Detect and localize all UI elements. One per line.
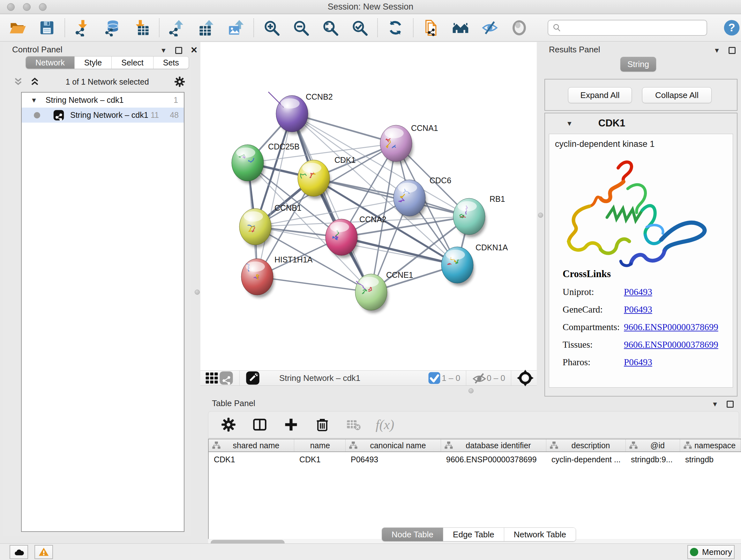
open-session-icon[interactable]: [8, 18, 27, 37]
collection-label: String Network – cdk1: [46, 96, 124, 105]
table-panel-maximize-icon[interactable]: [727, 401, 734, 408]
table-panel-float-icon[interactable]: ▼: [712, 401, 718, 408]
import-network-icon[interactable]: [73, 18, 92, 37]
horizontal-splitter-handle[interactable]: [468, 388, 474, 393]
section-node-name: CDK1: [598, 118, 625, 129]
table-options-gear-icon[interactable]: [219, 415, 238, 434]
collection-count: 1: [174, 96, 178, 105]
network-node-HIST1H1A[interactable]: HIST1H1A: [241, 255, 313, 298]
string-document-icon[interactable]: [422, 18, 441, 37]
add-column-icon[interactable]: [282, 415, 300, 434]
results-panel-float-icon[interactable]: ▼: [714, 47, 720, 54]
section-collapse-icon[interactable]: ▼: [566, 120, 573, 127]
zoom-selected-icon[interactable]: [350, 18, 369, 37]
network-row-selected[interactable]: String Network – cdk1 11 48: [22, 108, 184, 123]
column-header-canonical-name[interactable]: canonical name: [346, 439, 441, 451]
network-node-CCNA1[interactable]: CCNA1: [380, 124, 438, 164]
node-label-CCNB2: CCNB2: [306, 92, 333, 101]
column-header-@id[interactable]: @id: [626, 439, 680, 451]
detach-view-icon[interactable]: [246, 371, 260, 385]
expand-all-button[interactable]: Expand All: [568, 87, 632, 103]
crosslink-link[interactable]: 9606.ENSP00000378699: [624, 322, 718, 332]
control-panel-maximize-icon[interactable]: [175, 47, 182, 54]
table-row[interactable]: CDK1CDK1P064939606.ENSP00000378699cyclin…: [209, 452, 741, 467]
export-network-icon[interactable]: [168, 18, 186, 37]
right-splitter-handle[interactable]: [538, 212, 543, 218]
column-header-shared-name[interactable]: shared name: [209, 439, 294, 451]
tab-string[interactable]: String: [620, 57, 656, 71]
control-panel-close-icon[interactable]: ✕: [191, 46, 198, 55]
tab-style[interactable]: Style: [75, 57, 112, 69]
network-node-CCNA2[interactable]: CCNA2: [326, 215, 387, 258]
view-grid-icon[interactable]: [204, 371, 219, 385]
fit-content-crosshair-icon[interactable]: [517, 371, 534, 385]
expand-all-icon[interactable]: [29, 76, 40, 87]
results-panel-maximize-icon[interactable]: [729, 47, 736, 54]
memory-button[interactable]: Memory: [687, 545, 735, 559]
column-header-namespace[interactable]: namespace: [680, 439, 741, 451]
control-panel-tabs: NetworkStyleSelectSets: [25, 56, 189, 69]
network-node-CDC6[interactable]: CDC6: [394, 176, 451, 219]
collapse-all-icon[interactable]: [13, 76, 23, 87]
close-window-button[interactable]: [7, 3, 15, 11]
zoom-in-icon[interactable]: [262, 18, 281, 37]
network-canvas[interactable]: CCNB2CCNA1CDC25BCDK1CDC6RB1CCNB1CCNA2CDK…: [200, 42, 537, 370]
save-session-icon[interactable]: [38, 18, 56, 37]
column-header-database-identifier[interactable]: database identifier: [441, 439, 546, 451]
network-view-toolbar: String Network – cdk1 1 – 0 0 – 0: [200, 370, 537, 386]
collapse-all-button[interactable]: Collapse All: [642, 87, 712, 103]
tab-network-table[interactable]: Network Table: [504, 528, 576, 541]
export-table-icon[interactable]: [197, 18, 216, 37]
help-icon[interactable]: ?: [723, 18, 741, 37]
crosslink-link[interactable]: P06493: [624, 287, 652, 297]
column-label: @id: [638, 441, 680, 450]
import-database-icon[interactable]: [103, 18, 121, 37]
column-header-description[interactable]: description: [546, 439, 626, 451]
crosslink-link[interactable]: P06493: [624, 304, 652, 315]
memory-status-dot: [690, 548, 698, 556]
delete-column-icon[interactable]: [313, 415, 332, 434]
crosslink-link[interactable]: P06493: [624, 357, 652, 368]
crosslink-label: Pharos:: [562, 357, 624, 368]
network-node-CDKN1A[interactable]: CDKN1A: [441, 243, 508, 286]
control-panel-float-icon[interactable]: ▼: [160, 47, 167, 54]
tab-select[interactable]: Select: [112, 57, 153, 69]
minimize-window-button[interactable]: [23, 3, 30, 11]
cloud-status-button[interactable]: [10, 545, 28, 559]
collection-collapse-icon[interactable]: ▼: [30, 97, 37, 104]
tab-edge-table[interactable]: Edge Table: [443, 528, 504, 541]
node-label-HIST1H1A: HIST1H1A: [274, 255, 313, 264]
node-section-header[interactable]: ▼ CDK1: [545, 113, 737, 133]
tab-sets[interactable]: Sets: [153, 57, 189, 69]
warnings-button[interactable]: [35, 545, 53, 559]
export-image-icon[interactable]: [226, 18, 245, 37]
left-splitter-handle[interactable]: [195, 290, 200, 295]
network-node-CDK1[interactable]: CDK1: [298, 155, 356, 199]
column-header-name[interactable]: name: [294, 439, 346, 451]
search-input[interactable]: [562, 23, 699, 33]
network-options-gear-icon[interactable]: [174, 76, 185, 87]
zoom-window-button[interactable]: [39, 3, 47, 11]
svg-text:?: ?: [728, 21, 735, 34]
search-box[interactable]: [548, 20, 707, 36]
network-node-CCNE1[interactable]: CCNE1: [355, 270, 413, 313]
import-table-icon[interactable]: [132, 18, 151, 37]
tab-network[interactable]: Network: [26, 57, 75, 69]
zoom-out-icon[interactable]: [292, 18, 310, 37]
hidden-eye-icon[interactable]: [472, 371, 487, 385]
column-label: name: [297, 441, 345, 450]
network-node-RB1[interactable]: RB1: [453, 194, 505, 237]
crosslink-link[interactable]: 9606.ENSP00000378699: [624, 339, 718, 350]
zoom-fit-icon[interactable]: [321, 18, 340, 37]
tab-node-table[interactable]: Node Table: [382, 528, 443, 541]
show-columns-icon[interactable]: [251, 415, 269, 434]
control-panel: Control Panel ▼ ✕ NetworkStyleSelectSets…: [3, 42, 192, 536]
hide-panel-eye-icon[interactable]: [481, 18, 499, 37]
selected-checkbox-icon[interactable]: [427, 371, 442, 385]
refresh-icon[interactable]: [386, 18, 405, 37]
home-pair-icon[interactable]: [451, 18, 470, 37]
network-collection-row[interactable]: ▼ String Network – cdk1 1: [22, 92, 184, 108]
string-view-icon[interactable]: [219, 371, 233, 385]
show-eye-icon[interactable]: [510, 18, 529, 37]
network-node-CCNB1[interactable]: CCNB1: [239, 203, 301, 247]
